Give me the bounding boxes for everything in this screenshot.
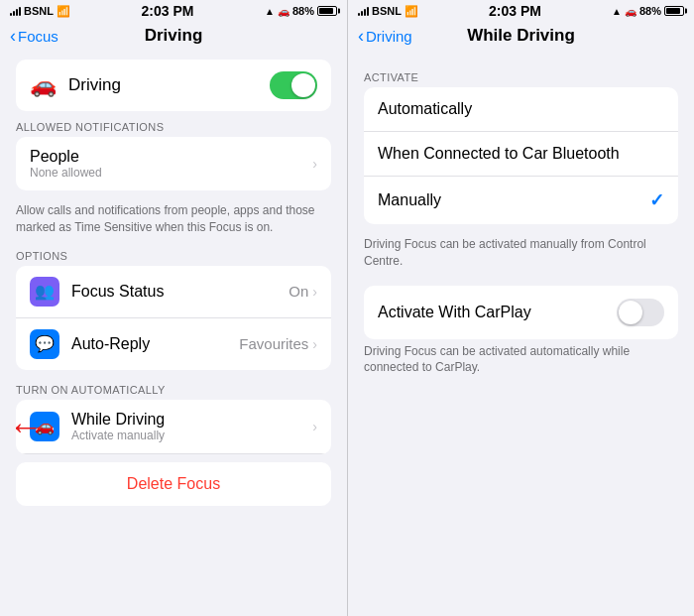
focus-status-right: On ›: [289, 283, 317, 300]
allowed-notifications-header: ALLOWED NOTIFICATIONS: [0, 115, 347, 137]
carplay-toggle[interactable]: [617, 299, 664, 326]
options-header: OPTIONS: [0, 244, 347, 266]
back-chevron-icon: ‹: [10, 27, 16, 45]
auto-reply-label: Auto-Reply: [71, 335, 239, 353]
wifi-icon: 📶: [57, 5, 70, 18]
back-label-left: Focus: [18, 28, 58, 45]
signal-bars-right-icon: [358, 6, 369, 16]
battery-percent: 88%: [292, 5, 314, 17]
status-right-right: ▲ 🚗 88%: [612, 5, 684, 17]
while-driving-item[interactable]: 🚗 While Driving Activate manually ›: [16, 400, 331, 454]
automatically-label: Automatically: [378, 100, 472, 118]
people-item[interactable]: People None allowed ›: [16, 137, 331, 190]
carplay-label: Activate With CarPlay: [378, 304, 531, 321]
time-label-right: 2:03 PM: [489, 3, 541, 19]
allowed-notifications-group: People None allowed ›: [16, 137, 331, 190]
carplay-toggle-thumb: [619, 301, 642, 324]
manually-label: Manually: [378, 191, 441, 209]
location-right-icon: ▲: [612, 6, 622, 17]
auto-reply-content: Auto-Reply: [71, 335, 239, 353]
nav-bar-left: ‹ Focus Driving: [0, 22, 347, 52]
page-title-left: Driving: [145, 26, 203, 46]
back-button-right[interactable]: ‹ Driving: [358, 27, 412, 45]
car-bluetooth-label: When Connected to Car Bluetooth: [378, 145, 620, 163]
status-left: BSNL 📶: [10, 5, 70, 18]
auto-reply-right: Favourites ›: [239, 335, 317, 352]
car-bluetooth-item[interactable]: When Connected to Car Bluetooth: [364, 132, 678, 177]
focus-status-content: Focus Status: [71, 283, 289, 301]
auto-reply-item[interactable]: 💬 Auto-Reply Favourites ›: [16, 318, 331, 370]
toggle-thumb: [291, 73, 315, 97]
carplay-row: Activate With CarPlay: [364, 286, 678, 339]
none-allowed-label: None allowed: [30, 166, 312, 180]
while-driving-chevron-icon: ›: [312, 419, 317, 434]
carplay-section: Activate With CarPlay: [364, 286, 678, 339]
focus-status-value: On: [289, 283, 308, 300]
status-bar-left: BSNL 📶 2:03 PM ▲ 🚗 88%: [0, 0, 347, 22]
wifi-right-icon: 📶: [405, 5, 418, 18]
carrier-label: BSNL: [24, 5, 54, 17]
car-right-icon: 🚗: [625, 6, 636, 17]
while-driving-label: While Driving: [71, 411, 312, 429]
activate-header: ACTIVATE: [348, 60, 694, 87]
driving-label: Driving: [68, 75, 258, 95]
focus-status-icon: 👥: [30, 277, 59, 307]
people-right: ›: [312, 156, 317, 172]
battery-percent-right: 88%: [639, 5, 661, 17]
left-screen: BSNL 📶 2:03 PM ▲ 🚗 88% ‹ Focus Driving 🚗…: [0, 0, 347, 616]
delete-focus-button[interactable]: Delete Focus: [16, 462, 331, 506]
while-driving-car-symbol: 🚗: [35, 417, 55, 435]
page-title-right: While Driving: [467, 26, 575, 46]
back-chevron-right-icon: ‹: [358, 27, 364, 45]
people-chevron-icon: ›: [312, 156, 317, 172]
description1: Allow calls and notifications from peopl…: [0, 198, 347, 244]
focus-status-chevron-icon: ›: [312, 284, 317, 300]
back-button-left[interactable]: ‹ Focus: [10, 27, 58, 45]
auto-reply-symbol: 💬: [35, 334, 55, 353]
while-driving-sub: Activate manually: [71, 429, 312, 442]
while-driving-content: While Driving Activate manually: [71, 411, 312, 442]
battery-icon: [317, 6, 337, 16]
car-icon: 🚗: [278, 6, 289, 17]
content-right: ACTIVATE Automatically When Connected to…: [348, 52, 694, 616]
auto-reply-value: Favourites: [239, 335, 308, 352]
battery-right-icon: [664, 6, 684, 16]
manually-item[interactable]: Manually ✓: [364, 177, 678, 224]
driving-car-icon: 🚗: [30, 72, 57, 98]
activate-group: Automatically When Connected to Car Blue…: [364, 87, 678, 224]
right-screen: BSNL 📶 2:03 PM ▲ 🚗 88% ‹ Driving While D…: [347, 0, 694, 616]
people-content: People None allowed: [30, 148, 312, 180]
options-group: 👥 Focus Status On › 💬 Auto-Reply F: [16, 266, 331, 370]
focus-status-label: Focus Status: [71, 283, 289, 301]
focus-status-item[interactable]: 👥 Focus Status On ›: [16, 266, 331, 318]
turn-on-auto-header: TURN ON AUTOMATICALLY: [0, 378, 347, 400]
signal-bars-icon: [10, 6, 21, 16]
auto-reply-chevron-icon: ›: [312, 336, 317, 352]
focus-status-symbol: 👥: [35, 282, 55, 301]
carplay-desc: Driving Focus can be activated automatic…: [348, 339, 694, 385]
while-driving-icon: 🚗: [30, 412, 59, 441]
status-bar-right: BSNL 📶 2:03 PM ▲ 🚗 88%: [348, 0, 694, 22]
nav-bar-right: ‹ Driving While Driving: [348, 22, 694, 52]
status-left-right: BSNL 📶: [358, 5, 418, 18]
time-label: 2:03 PM: [142, 3, 194, 19]
status-right: ▲ 🚗 88%: [265, 5, 337, 17]
location-icon: ▲: [265, 6, 275, 17]
while-driving-right: ›: [312, 419, 317, 434]
manually-checkmark-icon: ✓: [649, 189, 664, 211]
people-label: People: [30, 148, 312, 166]
back-label-right: Driving: [366, 28, 412, 45]
driving-toggle[interactable]: [270, 71, 317, 99]
driving-toggle-row: 🚗 Driving: [16, 60, 331, 111]
automatically-item[interactable]: Automatically: [364, 87, 678, 132]
manual-desc: Driving Focus can be activated manually …: [348, 232, 694, 278]
auto-reply-icon: 💬: [30, 329, 59, 359]
carrier-label-right: BSNL: [372, 5, 402, 17]
while-driving-group: 🚗 While Driving Activate manually › ←: [16, 400, 331, 454]
content-left: 🚗 Driving ALLOWED NOTIFICATIONS People N…: [0, 52, 347, 616]
